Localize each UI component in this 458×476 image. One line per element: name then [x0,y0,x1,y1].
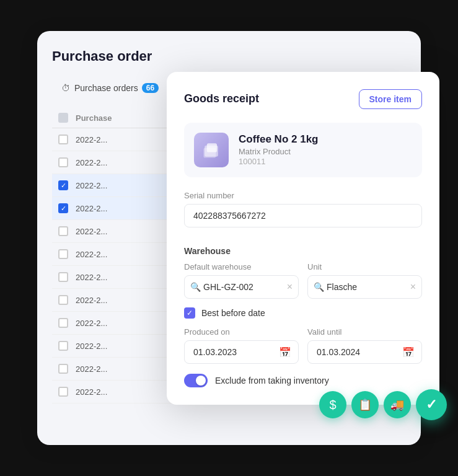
unit-search-icon: 🔍 [314,282,324,292]
warehouse-section-label: Warehouse [184,246,422,256]
produced-on-calendar-icon[interactable]: 📅 [279,346,291,358]
exclude-inventory-row: Exclude from taking inventory [184,374,422,387]
product-card: Coffee No 2 1kg Matrix Product 100011 [184,123,422,177]
best-before-checkbox[interactable] [184,307,195,319]
dates-row: Produced on 📅 Valid until 📅 [184,327,422,364]
default-warehouse-label: Default warehouse [184,262,299,271]
store-item-button[interactable]: Store item [359,89,422,109]
warehouse-unit-row: Default warehouse 🔍 × Unit 🔍 × [184,262,422,299]
unit-field: Unit 🔍 × [307,262,422,299]
goods-receipt-modal: Goods receipt Store item Coffee No 2 1kg… [167,72,439,405]
unit-label: Unit [307,262,422,271]
product-image [194,133,229,167]
best-before-check-field: Best before date [184,307,422,319]
unit-input[interactable] [307,275,422,299]
valid-until-input-wrap: 📅 [307,340,422,364]
dollar-icon: $ [329,398,336,412]
warehouse-clear-icon[interactable]: × [287,281,293,293]
valid-until-label: Valid until [307,327,422,337]
default-warehouse-input-wrap: 🔍 × [184,275,299,299]
serial-number-input[interactable] [184,204,422,227]
svg-rect-2 [203,148,216,157]
truck-icon: 🚚 [390,398,404,412]
produced-on-input-wrap: 📅 [184,340,299,364]
produced-on-label: Produced on [184,327,299,337]
calendar-icon: 📋 [358,398,372,412]
check-icon: ✓ [426,397,437,413]
product-name: Coffee No 2 1kg [239,133,318,146]
modal-title: Goods receipt [184,92,259,105]
warehouse-search-icon: 🔍 [190,282,201,292]
product-info: Coffee No 2 1kg Matrix Product 100011 [239,133,318,166]
default-warehouse-field: Default warehouse 🔍 × [184,262,299,299]
calendar-fab[interactable]: 📋 [351,391,379,418]
unit-input-wrap: 🔍 × [307,275,422,299]
product-id: 100011 [239,157,318,166]
fab-group: $ 📋 🚚 ✓ [319,389,447,420]
exclude-inventory-toggle[interactable] [184,374,208,387]
modal-header: Goods receipt Store item [184,89,422,109]
confirm-fab[interactable]: ✓ [416,389,447,420]
truck-fab[interactable]: 🚚 [384,391,411,418]
product-category: Matrix Product [239,147,318,156]
valid-until-calendar-icon[interactable]: 📅 [402,346,415,358]
serial-number-label: Serial number [184,191,422,200]
unit-clear-icon[interactable]: × [410,281,416,293]
produced-on-field: Produced on 📅 [184,327,299,364]
default-warehouse-input[interactable] [184,275,299,299]
valid-until-field: Valid until 📅 [307,327,422,364]
dollar-fab[interactable]: $ [319,391,346,418]
best-before-label: Best before date [201,308,265,318]
exclude-inventory-label: Exclude from taking inventory [215,376,329,386]
